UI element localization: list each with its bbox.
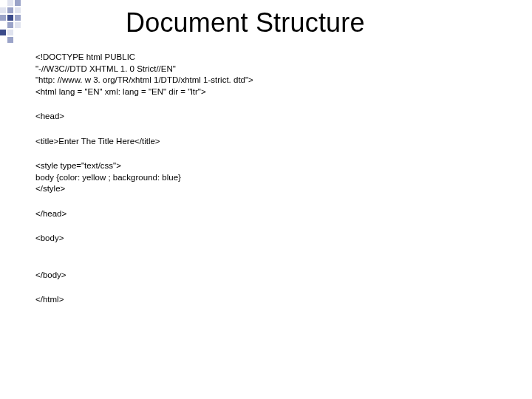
code-line: </body> bbox=[35, 270, 510, 282]
code-line: <!DOCTYPE html PUBLIC "-//W3C//DTD XHTML… bbox=[35, 52, 510, 98]
corner-decoration bbox=[0, 0, 30, 59]
slide-title: Document Structure bbox=[126, 7, 365, 38]
slide: Document Structure <!DOCTYPE html PUBLIC… bbox=[0, 0, 532, 399]
code-line: <title>Enter The Title Here</title> bbox=[35, 136, 510, 148]
code-line: </html> bbox=[35, 294, 510, 306]
code-line: <style type="text/css"> body {color: yel… bbox=[35, 160, 510, 195]
code-line: </head> bbox=[35, 208, 510, 220]
code-content: <!DOCTYPE html PUBLIC "-//W3C//DTD XHTML… bbox=[35, 52, 510, 319]
code-line: <body> bbox=[35, 233, 510, 245]
code-line: <head> bbox=[35, 111, 510, 123]
